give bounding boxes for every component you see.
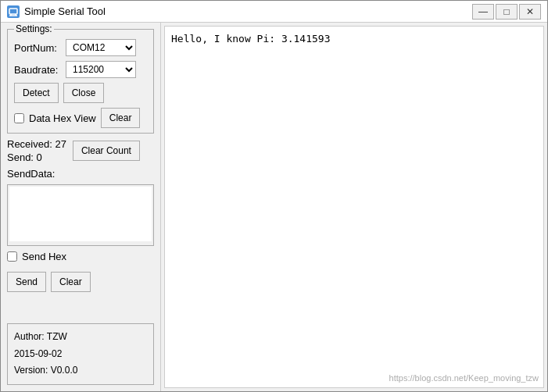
app-icon xyxy=(7,5,20,18)
window-title: Simple Serial Tool xyxy=(24,5,106,17)
send-value: 0 xyxy=(37,151,42,163)
title-bar: Simple Serial Tool — □ ✕ xyxy=(1,1,547,23)
hex-view-checkbox[interactable] xyxy=(14,113,24,123)
close-serial-button[interactable]: Close xyxy=(63,83,105,103)
send-hex-label: Send Hex xyxy=(22,251,66,262)
stats-left: Received: 27 Send: 0 xyxy=(7,138,66,163)
send-button[interactable]: Send xyxy=(7,272,46,292)
send-data-label-row: SendData: xyxy=(7,168,154,180)
detect-button[interactable]: Detect xyxy=(14,83,59,103)
main-content: Settings: PortNum: COM12 COM1 COM2 COM3 … xyxy=(1,23,547,391)
right-panel: Hello, I know Pi: 3.141593 https://blog.… xyxy=(164,26,544,388)
send-hex-row: Send Hex xyxy=(7,251,154,262)
port-select[interactable]: COM12 COM1 COM2 COM3 xyxy=(66,39,136,56)
send-data-label: SendData: xyxy=(7,168,55,180)
maximize-button[interactable]: □ xyxy=(496,4,518,20)
send-label: Send: xyxy=(7,151,34,163)
left-panel: Settings: PortNum: COM12 COM1 COM2 COM3 … xyxy=(1,23,161,391)
version-text: Version: V0.0.0 xyxy=(14,362,147,380)
main-window: Simple Serial Tool — □ ✕ Settings: PortN… xyxy=(0,0,548,392)
send-data-group xyxy=(7,184,154,246)
clear-count-button[interactable]: Clear Count xyxy=(73,141,140,161)
clear-display-button[interactable]: Clear xyxy=(101,108,141,128)
author-text: Author: TZW xyxy=(14,329,147,346)
baud-select[interactable]: 115200 9600 19200 38400 xyxy=(66,61,136,78)
output-text: Hello, I know Pi: 3.141593 xyxy=(171,33,331,45)
send-text: Send: 0 xyxy=(7,151,66,163)
title-bar-left: Simple Serial Tool xyxy=(7,5,106,18)
close-button[interactable]: ✕ xyxy=(519,4,541,20)
send-data-textarea[interactable] xyxy=(9,187,152,241)
baud-row: Baudrate: 115200 9600 19200 38400 xyxy=(14,61,147,78)
settings-group: Settings: PortNum: COM12 COM1 COM2 COM3 … xyxy=(7,29,154,134)
hex-view-checkbox-group: Data Hex View xyxy=(14,112,96,124)
port-row: PortNum: COM12 COM1 COM2 COM3 xyxy=(14,39,147,56)
send-clear-row: Send Clear xyxy=(7,272,154,292)
info-box: Author: TZW 2015-09-02 Version: V0.0.0 xyxy=(7,323,154,385)
detect-close-row: Detect Close xyxy=(14,83,147,103)
port-label: PortNum: xyxy=(14,42,61,54)
stats-row: Received: 27 Send: 0 Clear Count xyxy=(7,138,154,163)
watermark: https://blog.csdn.net/Keep_moving_tzw xyxy=(389,373,539,383)
svg-rect-0 xyxy=(9,9,17,14)
received-text: Received: 27 xyxy=(7,138,66,150)
date-text: 2015-09-02 xyxy=(14,346,147,363)
settings-label: Settings: xyxy=(14,23,54,34)
baud-label: Baudrate: xyxy=(14,64,61,76)
hex-view-row: Data Hex View Clear xyxy=(14,108,147,128)
clear-send-button[interactable]: Clear xyxy=(51,272,91,292)
received-value: 27 xyxy=(55,138,66,150)
send-hex-checkbox[interactable] xyxy=(7,251,17,262)
title-buttons: — □ ✕ xyxy=(472,4,541,20)
minimize-button[interactable]: — xyxy=(472,4,494,20)
hex-view-label: Data Hex View xyxy=(29,112,96,124)
received-label: Received: xyxy=(7,138,52,150)
